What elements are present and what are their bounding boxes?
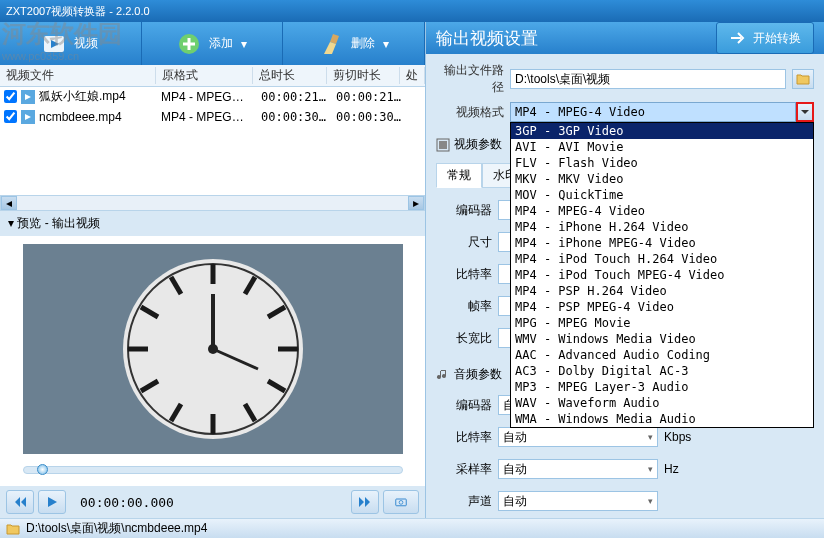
convert-arrow-icon [729,29,747,47]
svg-rect-24 [439,141,447,149]
broom-icon [319,32,343,56]
file-checkbox[interactable] [4,110,17,123]
chevron-down-icon [801,108,809,116]
aspect-label: 长宽比 [436,330,492,347]
audio-encoder-label: 编码器 [436,397,492,414]
format-option[interactable]: MP4 - iPhone MPEG-4 Video [511,235,813,251]
format-option[interactable]: MP4 - iPhone H.264 Video [511,219,813,235]
titlebar[interactable]: ZXT2007视频转换器 - 2.2.0.0 [0,0,824,22]
tab-general[interactable]: 常规 [436,163,482,188]
play-button[interactable] [38,490,66,514]
video-params-head: 视频参数 [454,136,502,153]
audio-bitrate-label: 比特率 [436,429,492,446]
format-option[interactable]: MP4 - PSP MPEG-4 Video [511,299,813,315]
file-checkbox[interactable] [4,90,17,103]
progress-thumb[interactable] [37,464,48,475]
audio-params-head: 音频参数 [454,366,502,383]
video-format-label: 视频格式 [436,104,504,121]
browse-folder-button[interactable] [792,69,814,89]
file-list[interactable]: 狐妖小红娘.mp4 MP4 - MPEG… 00:00:21… 00:00:21… [0,87,425,195]
output-path-label: 输出文件路径 [436,62,504,96]
audio-bitrate-combo[interactable]: 自动 [498,427,658,447]
col-duration: 总时长 [253,67,326,84]
col-name: 视频文件 [0,67,156,84]
file-list-header: 视频文件 原格式 总时长 剪切时长 处 [0,65,425,87]
format-option[interactable]: MOV - QuickTime [511,187,813,203]
video-file-icon [21,90,35,104]
folder-icon [796,73,810,85]
format-option[interactable]: MP4 - iPod Touch H.264 Video [511,251,813,267]
statusbar-path: D:\tools\桌面\视频\ncmbdeee.mp4 [26,520,207,537]
playback-time: 00:00:00.000 [70,495,184,510]
prev-button[interactable] [6,490,34,514]
dropdown-arrow-icon: ▾ [241,37,247,51]
video-file-icon [21,110,35,124]
video-tab-label: 视频 [74,35,98,52]
file-row[interactable]: 狐妖小红娘.mp4 MP4 - MPEG… 00:00:21… 00:00:21… [0,87,425,107]
audio-sample-combo[interactable]: 自动 [498,459,658,479]
delete-button[interactable]: 删除 ▾ [283,22,425,65]
audio-channel-label: 声道 [436,493,492,510]
film-icon [436,138,450,152]
video-format-dropdown-button[interactable] [796,102,814,122]
encoder-label: 编码器 [436,202,492,219]
format-option[interactable]: AC3 - Dolby Digital AC-3 [511,363,813,379]
col-proc: 处 [400,67,425,84]
video-preview[interactable] [23,244,403,454]
audio-sample-label: 采样率 [436,461,492,478]
scroll-left-button[interactable]: ◂ [1,196,17,210]
next-button[interactable] [351,490,379,514]
output-header-title: 输出视频设置 [436,27,706,50]
format-option[interactable]: MKV - MKV Video [511,171,813,187]
video-format-dropdown-list[interactable]: 3GP - 3GP VideoAVI - AVI MovieFLV - Flas… [510,122,814,428]
size-label: 尺寸 [436,234,492,251]
svg-point-20 [208,344,218,354]
format-option[interactable]: AVI - AVI Movie [511,139,813,155]
format-option[interactable]: WMA - Windows Media Audio [511,411,813,427]
progress-slider[interactable] [23,466,403,474]
plus-icon [177,32,201,56]
format-option[interactable]: MP3 - MPEG Layer-3 Audio [511,379,813,395]
delete-label: 删除 [351,35,375,52]
svg-point-22 [399,501,403,505]
scroll-right-button[interactable]: ▸ [408,196,424,210]
statusbar: D:\tools\桌面\视频\ncmbdeee.mp4 [0,518,824,538]
add-label: 添加 [209,35,233,52]
col-format: 原格式 [156,67,254,84]
fps-label: 帧率 [436,298,492,315]
clock-frame-image [113,249,313,449]
format-option[interactable]: FLV - Flash Video [511,155,813,171]
output-path-field[interactable] [510,69,786,89]
start-convert-button[interactable]: 开始转换 [716,22,814,54]
video-format-combo[interactable] [510,102,796,122]
format-option[interactable]: MP4 - PSP H.264 Video [511,283,813,299]
svg-rect-21 [396,499,407,506]
preview-title[interactable]: 预览 - 输出视频 [0,211,425,236]
h-scrollbar[interactable]: ◂ ▸ [0,195,425,211]
col-cut: 剪切时长 [327,67,400,84]
unit-kbps: Kbps [664,430,691,444]
video-icon [42,32,66,56]
add-button[interactable]: 添加 ▾ [142,22,284,65]
folder-icon [6,523,20,535]
capture-button[interactable] [383,490,419,514]
bitrate-label: 比特率 [436,266,492,283]
format-option[interactable]: MP4 - iPod Touch MPEG-4 Video [511,267,813,283]
video-tab-button[interactable]: 视频 [0,22,142,65]
window-title: ZXT2007视频转换器 - 2.2.0.0 [6,4,150,19]
format-option[interactable]: MPG - MPEG Movie [511,315,813,331]
music-note-icon [436,368,450,382]
format-option[interactable]: MP4 - MPEG-4 Video [511,203,813,219]
format-option[interactable]: AAC - Advanced Audio Coding [511,347,813,363]
format-option[interactable]: WMV - Windows Media Video [511,331,813,347]
audio-channel-combo[interactable]: 自动 [498,491,658,511]
dropdown-arrow-icon: ▾ [383,37,389,51]
file-row[interactable]: ncmbdeee.mp4 MP4 - MPEG… 00:00:30… 00:00… [0,107,425,127]
format-option[interactable]: WAV - Waveform Audio [511,395,813,411]
format-option[interactable]: 3GP - 3GP Video [511,123,813,139]
unit-hz: Hz [664,462,679,476]
